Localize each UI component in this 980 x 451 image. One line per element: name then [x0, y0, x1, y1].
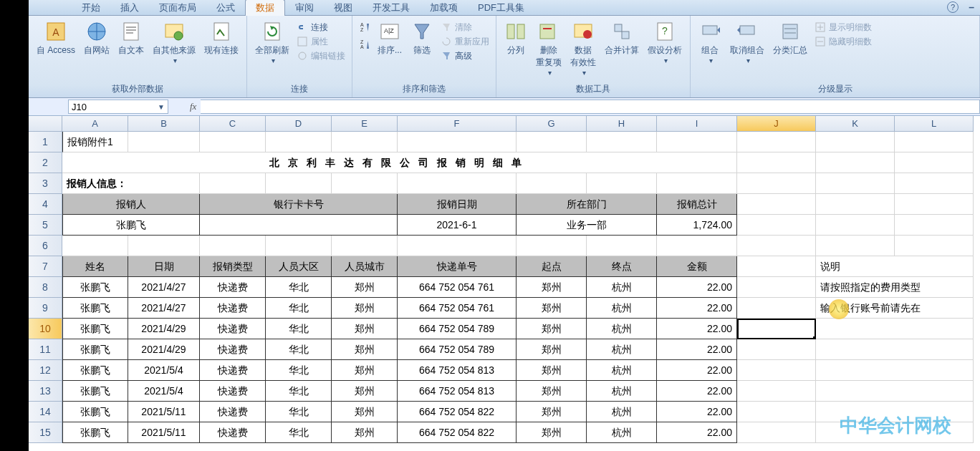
row-header-8[interactable]: 8 [29, 277, 62, 298]
cell[interactable] [737, 277, 816, 298]
cell[interactable] [895, 152, 974, 173]
formula-input[interactable] [201, 100, 980, 114]
cell[interactable] [895, 215, 974, 236]
cell[interactable]: 金额 [657, 256, 737, 277]
row-header-11[interactable]: 11 [29, 339, 62, 360]
cell[interactable] [895, 194, 974, 215]
cell[interactable]: 请按照指定的费用类型 [816, 277, 974, 298]
cell[interactable] [816, 132, 895, 152]
row-header-14[interactable]: 14 [29, 402, 62, 422]
text-to-col-button[interactable]: 分列 [501, 19, 531, 58]
tab-addin[interactable]: 加载项 [420, 0, 468, 16]
sort-asc-button[interactable]: AZ [357, 20, 373, 34]
cell[interactable]: 郑州 [332, 298, 398, 319]
cell[interactable]: 22.00 [657, 339, 737, 360]
cell[interactable]: 2021/4/27 [128, 298, 200, 319]
refresh-all-button[interactable]: 全部刷新 [251, 19, 293, 66]
cell[interactable] [816, 194, 895, 215]
sort-button[interactable]: A|Z排序... [374, 19, 405, 58]
col-header-F[interactable]: F [398, 116, 517, 132]
col-header-G[interactable]: G [517, 116, 587, 132]
cell[interactable] [737, 256, 816, 277]
cell[interactable]: 杭州 [587, 319, 657, 339]
from-access-button[interactable]: A自 Access [33, 19, 79, 58]
cell[interactable] [737, 215, 816, 236]
cell[interactable] [657, 236, 737, 256]
cell[interactable]: 快递单号 [398, 256, 517, 277]
connections-button[interactable]: 连接 [294, 20, 347, 34]
row-header-4[interactable]: 4 [29, 194, 62, 215]
col-header-D[interactable]: D [266, 116, 332, 132]
cell[interactable]: 快递费 [200, 422, 266, 443]
cell[interactable]: 郑州 [517, 298, 587, 319]
cell[interactable]: 22.00 [657, 319, 737, 339]
cell[interactable]: 杭州 [587, 277, 657, 298]
cell[interactable] [587, 132, 657, 152]
cell[interactable]: 郑州 [332, 339, 398, 360]
reapply-button[interactable]: 重新应用 [438, 34, 491, 49]
col-header-I[interactable]: I [657, 116, 737, 132]
cell[interactable]: 郑州 [332, 360, 398, 381]
cell[interactable]: 2021/4/27 [128, 277, 200, 298]
cell[interactable] [816, 236, 895, 256]
tab-insert[interactable]: 插入 [110, 0, 149, 16]
cell[interactable] [657, 173, 737, 194]
cell[interactable] [332, 236, 398, 256]
name-box-dropdown-icon[interactable]: ▼ [158, 103, 165, 111]
cell[interactable]: 人员大区 [266, 256, 332, 277]
cell[interactable]: 快递费 [200, 381, 266, 402]
cell[interactable] [200, 215, 398, 236]
cell[interactable]: 人员城市 [332, 256, 398, 277]
cell[interactable]: 郑州 [517, 277, 587, 298]
cell[interactable]: 2021/4/29 [128, 319, 200, 339]
cell[interactable]: 664 752 054 822 [398, 422, 517, 443]
cell[interactable]: 张鹏飞 [62, 277, 128, 298]
show-detail-button[interactable]: 显示明细数 [812, 20, 874, 34]
cell[interactable] [517, 132, 587, 152]
help-icon[interactable]: ? [947, 1, 959, 13]
cell[interactable]: 郑州 [517, 381, 587, 402]
cell[interactable]: 郑州 [517, 339, 587, 360]
cell[interactable] [816, 215, 895, 236]
advanced-button[interactable]: 高级 [438, 49, 491, 63]
cell[interactable] [816, 360, 974, 381]
cell[interactable]: 快递费 [200, 319, 266, 339]
col-header-A[interactable]: A [62, 116, 128, 132]
hide-detail-button[interactable]: 隐藏明细数 [812, 34, 874, 49]
minimize-ribbon-icon[interactable]: – [969, 1, 974, 13]
cell[interactable] [200, 236, 266, 256]
cell[interactable] [62, 236, 128, 256]
cell[interactable]: 张鹏飞 [62, 319, 128, 339]
cell[interactable] [657, 132, 737, 152]
cell[interactable]: 张鹏飞 [62, 381, 128, 402]
data-validation-button[interactable]: 数据 有效性 [567, 19, 600, 78]
cell[interactable] [737, 339, 816, 360]
cell[interactable]: 报销附件1 [62, 132, 128, 152]
tab-formula[interactable]: 公式 [206, 0, 245, 16]
cell[interactable]: 所在部门 [517, 194, 657, 215]
cells-area[interactable]: 报销附件1北京利丰达有限公司报销明细单报销人信息：报销人银行卡卡号报销日期所在部… [62, 132, 974, 443]
cell[interactable]: 姓名 [62, 256, 128, 277]
cell[interactable] [816, 381, 974, 402]
cell[interactable]: 华北 [266, 298, 332, 319]
tab-review[interactable]: 审阅 [285, 0, 324, 16]
row-header-1[interactable]: 1 [29, 132, 62, 152]
cell[interactable]: 日期 [128, 256, 200, 277]
row-header-9[interactable]: 9 [29, 298, 62, 319]
cell[interactable] [587, 236, 657, 256]
cell[interactable]: 2021/5/4 [128, 381, 200, 402]
sort-desc-button[interactable]: ZA [357, 37, 373, 52]
cell[interactable]: 起点 [517, 256, 587, 277]
row-header-7[interactable]: 7 [29, 256, 62, 277]
cell[interactable]: 张鹏飞 [62, 360, 128, 381]
row-header-13[interactable]: 13 [29, 381, 62, 402]
cell[interactable]: 664 752 054 789 [398, 339, 517, 360]
edit-links-button[interactable]: 编辑链接 [294, 49, 347, 63]
cell[interactable] [398, 132, 517, 152]
col-header-J[interactable]: J [737, 116, 816, 132]
cell[interactable] [737, 194, 816, 215]
cell[interactable] [737, 298, 816, 319]
col-header-B[interactable]: B [128, 116, 200, 132]
tab-dev[interactable]: 开发工具 [362, 0, 420, 16]
cell[interactable] [895, 173, 974, 194]
